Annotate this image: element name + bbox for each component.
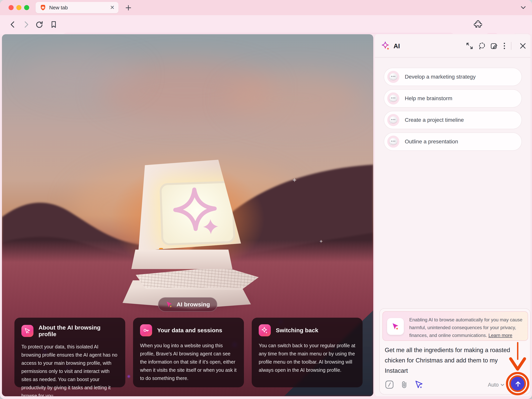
speech-bubble-icon <box>387 114 399 126</box>
minimize-window-button[interactable] <box>16 5 21 10</box>
info-cards-row: About the AI browsing profile To protect… <box>14 318 363 387</box>
computer-monitor <box>135 160 243 251</box>
slash-commands-icon[interactable] <box>385 380 394 389</box>
computer-keyboard <box>133 267 259 290</box>
ai-cursor-warning-icon <box>387 318 404 335</box>
tab-new-tab[interactable]: New tab ✕ <box>36 2 119 13</box>
leo-ai-panel: AI Develop a marketing strategy <box>375 34 531 396</box>
close-panel-icon[interactable] <box>519 42 527 50</box>
up-arrow-icon <box>514 380 522 388</box>
card-switching-back: Switching back You can switch back to yo… <box>252 318 363 387</box>
panel-title: AI <box>393 42 400 50</box>
window-content: ✦ ✦ <box>0 34 532 399</box>
browser-window: New tab ✕ <box>0 0 532 399</box>
cloud <box>25 54 142 96</box>
tab-title: New tab <box>49 5 110 11</box>
close-tab-icon[interactable]: ✕ <box>110 5 114 10</box>
chat-input-card: Enabling AI to browse automatically for … <box>379 308 531 394</box>
warning-text: Enabling AI to browse automatically for … <box>409 316 526 339</box>
speech-bubble-icon <box>387 71 399 83</box>
card-body: To protect your data, this isolated AI b… <box>21 342 118 396</box>
ai-browsing-warning: Enabling AI to browse automatically for … <box>382 311 528 341</box>
suggestion-develop-marketing[interactable]: Develop a marketing strategy <box>384 68 522 86</box>
ai-cursor-icon <box>165 301 173 308</box>
suggestion-outline-presentation[interactable]: Outline a presentation <box>384 133 522 151</box>
expand-panel-icon[interactable] <box>465 42 474 50</box>
card-title: Switching back <box>276 327 318 334</box>
suggestion-project-timeline[interactable]: Create a project timeline <box>384 111 522 129</box>
reload-button[interactable] <box>35 20 44 29</box>
screen-capture-lasso-icon[interactable] <box>478 42 486 50</box>
cursor-card-icon <box>21 325 33 337</box>
suggestion-help-brainstorm[interactable]: Help me brainstorm <box>384 89 522 108</box>
model-mode-dropdown[interactable]: Auto <box>488 382 505 388</box>
sky-sparkle-icon: ✦ <box>319 239 323 245</box>
speech-bubble-icon <box>387 136 399 148</box>
screen-sparkle-icon <box>167 185 228 241</box>
attach-paperclip-icon[interactable] <box>399 380 409 389</box>
new-tab-button[interactable] <box>125 4 132 12</box>
card-body: You can switch back to your regular prof… <box>259 342 355 374</box>
navigation-toolbar: Search with Brave or type a URL <box>0 15 532 34</box>
brave-favicon-icon <box>40 5 46 11</box>
send-button[interactable] <box>511 377 526 391</box>
ai-browse-mode-icon[interactable] <box>414 380 424 389</box>
computer-screen <box>159 181 235 246</box>
card-data-sessions: Your data and sessions When you log into… <box>133 318 244 387</box>
card-about-profile: About the AI browsing profile To protect… <box>14 318 125 387</box>
panel-divider <box>375 57 531 57</box>
speech-bubble-icon <box>387 92 399 104</box>
back-button[interactable] <box>9 20 17 29</box>
retro-computer-illustration <box>117 153 261 312</box>
chevron-down-icon <box>500 383 505 386</box>
titlebar: New tab ✕ <box>0 0 532 15</box>
extensions-puzzle-icon[interactable] <box>473 20 482 29</box>
new-chat-icon[interactable] <box>490 42 498 50</box>
cloud <box>226 73 362 124</box>
ai-browsing-badge: AI browsing <box>158 297 217 312</box>
new-tab-page: ✦ ✦ <box>2 34 373 396</box>
tab-search-chevron-icon[interactable] <box>520 5 526 11</box>
sky-sparkle-icon: ✦ <box>292 176 298 184</box>
panel-menu-dots-icon[interactable] <box>502 42 506 50</box>
learn-more-link[interactable]: Learn more <box>488 333 512 338</box>
ai-browsing-badge-label: AI browsing <box>177 301 210 308</box>
card-title: Your data and sessions <box>157 327 222 334</box>
prompt-input[interactable]: Get me all the ingredients for making a … <box>385 345 521 376</box>
computer-base <box>131 250 232 269</box>
forward-button[interactable] <box>22 20 30 29</box>
card-body: When you log into a website using this p… <box>140 342 237 382</box>
card-title: About the AI browsing profile <box>38 324 118 337</box>
close-window-button[interactable] <box>9 5 14 10</box>
header-divider <box>511 42 511 50</box>
bookmark-button[interactable] <box>49 20 58 29</box>
zoom-window-button[interactable] <box>24 5 29 10</box>
sparkle-card-icon <box>259 324 271 336</box>
key-card-icon <box>140 324 152 336</box>
leo-sparkle-icon <box>382 42 390 50</box>
